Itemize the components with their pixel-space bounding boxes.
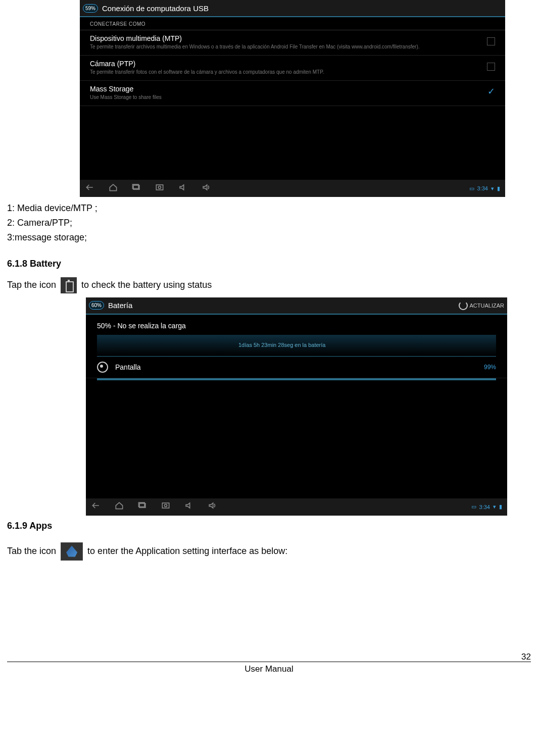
- battery-topbar: 60% Batería ACTUALIZAR: [86, 297, 507, 315]
- apps-instruction: Tab the icon to enter the Application se…: [7, 542, 531, 561]
- page-footer: User Manual 32: [7, 662, 531, 674]
- clock-text: 3:34: [477, 185, 488, 191]
- option-title: Cámara (PTP): [90, 60, 477, 68]
- apps-inline-icon: [61, 542, 83, 561]
- back-icon[interactable]: [91, 500, 101, 513]
- battery-pct-badge: 59%: [83, 4, 98, 13]
- refresh-icon: [459, 301, 468, 310]
- sd-icon: ▭: [471, 503, 476, 510]
- battery-pct-badge: 60%: [89, 301, 104, 310]
- battery-row-pct: 99%: [484, 364, 496, 371]
- refresh-label: ACTUALIZAR: [470, 303, 504, 309]
- battery-title: Batería: [108, 301, 132, 310]
- tab-pre: Tab the icon: [7, 545, 56, 556]
- screenshot-icon[interactable]: [161, 500, 171, 513]
- battery-screenshot: 60% Batería ACTUALIZAR 50% - No se reali…: [86, 297, 507, 516]
- usb-option-mass-storage[interactable]: Mass Storage Use Mass Storage to share f…: [80, 81, 505, 106]
- tap-post: to check the battery using status: [81, 279, 212, 289]
- option-title: Dispositivo multimedia (MTP): [90, 34, 477, 42]
- body-line-2: 2: Camera/PTP;: [7, 217, 531, 229]
- option-title: Mass Storage: [90, 85, 477, 93]
- usb-connection-screenshot: 59% Conexión de computadora USB CONECTAR…: [80, 0, 505, 197]
- battery-instruction: Tap the icon to check the battery using …: [7, 277, 531, 293]
- recent-icon[interactable]: [131, 182, 141, 195]
- usb-option-ptp[interactable]: Cámara (PTP) Te permite transferir fotos…: [80, 56, 505, 81]
- recent-icon[interactable]: [137, 500, 148, 513]
- clock-text: 3:34: [479, 504, 490, 510]
- battery-usage-row[interactable]: Pantalla 99%: [86, 357, 507, 378]
- heading-apps: 6.1.9 Apps: [7, 521, 531, 531]
- battery-row-bar: [97, 378, 496, 380]
- volume-up-icon[interactable]: [207, 500, 217, 513]
- tab-post: to enter the Application setting interfa…: [87, 545, 287, 556]
- checkbox-icon[interactable]: [487, 37, 495, 45]
- wifi-icon: ▾: [493, 503, 496, 510]
- home-icon[interactable]: [108, 182, 118, 195]
- page-number: 32: [506, 652, 531, 662]
- checkbox-icon[interactable]: [487, 63, 495, 71]
- option-subtitle: Use Mass Storage to share files: [90, 94, 433, 100]
- battery-icon: ▮: [497, 185, 500, 192]
- android-navbar: ▭ 3:34 ▾ ▮: [86, 498, 507, 516]
- option-subtitle: Te permite transferir archivos multimedi…: [90, 43, 433, 50]
- svg-rect-2: [156, 185, 163, 190]
- svg-point-7: [165, 505, 167, 507]
- usb-section-label: CONECTARSE COMO: [80, 17, 505, 30]
- usb-topbar: 59% Conexión de computadora USB: [80, 0, 505, 17]
- battery-status-text: 50% - No se realiza la carga: [86, 315, 507, 335]
- checkmark-icon: ✓: [487, 86, 495, 97]
- status-right: ▭ 3:34 ▾ ▮: [469, 185, 500, 192]
- volume-down-icon[interactable]: [178, 182, 188, 195]
- wifi-icon: ▾: [491, 185, 494, 192]
- footer-title: User Manual: [32, 664, 506, 674]
- heading-battery: 6.1.8 Battery: [7, 259, 531, 269]
- body-line-3: 3:message storage;: [7, 231, 531, 244]
- battery-chart: 1días 5h 23min 28seg en la batería: [97, 335, 496, 357]
- svg-point-3: [159, 186, 161, 188]
- svg-rect-6: [162, 503, 169, 508]
- sd-icon: ▭: [469, 185, 474, 192]
- body-line-1: 1: Media device/MTP ;: [7, 202, 531, 215]
- battery-icon: ▮: [499, 503, 502, 510]
- volume-up-icon[interactable]: [201, 182, 211, 195]
- refresh-button[interactable]: ACTUALIZAR: [459, 301, 504, 310]
- volume-down-icon[interactable]: [184, 500, 194, 513]
- battery-row-title: Pantalla: [115, 363, 484, 371]
- usb-title: Conexión de computadora USB: [102, 4, 209, 13]
- home-icon[interactable]: [114, 500, 124, 513]
- battery-chart-label: 1días 5h 23min 28seg en la batería: [238, 342, 325, 348]
- android-navbar: ▭ 3:34 ▾ ▮: [80, 180, 505, 197]
- option-subtitle: Te permite transferir fotos con el softw…: [90, 69, 433, 75]
- usb-option-mtp[interactable]: Dispositivo multimedia (MTP) Te permite …: [80, 30, 505, 56]
- display-icon: [97, 362, 108, 373]
- back-icon[interactable]: [85, 182, 95, 195]
- status-right: ▭ 3:34 ▾ ▮: [471, 503, 502, 510]
- tap-pre: Tap the icon: [7, 279, 56, 289]
- screenshot-icon[interactable]: [155, 182, 165, 195]
- battery-inline-icon: [61, 277, 77, 293]
